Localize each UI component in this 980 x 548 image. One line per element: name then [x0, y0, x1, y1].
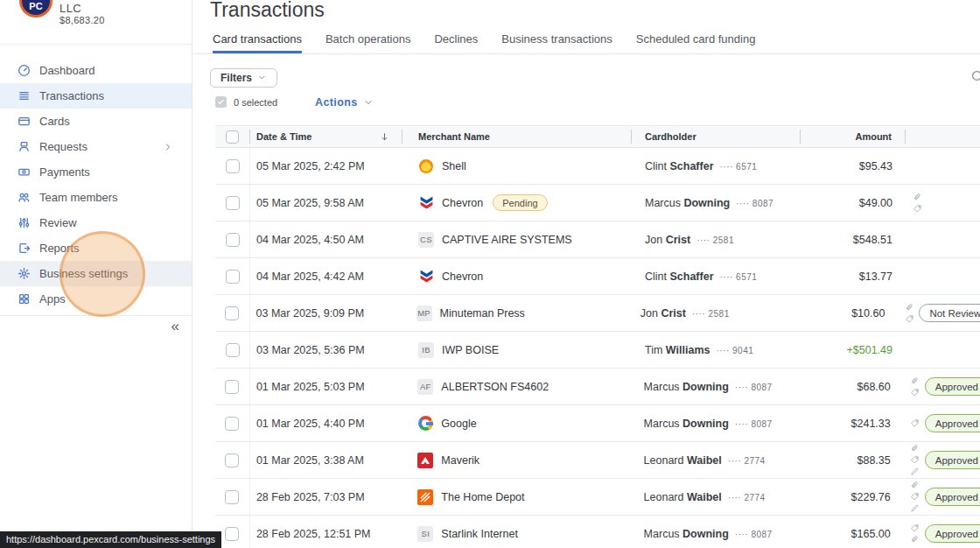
sidebar-item-payments[interactable]: Payments: [0, 159, 192, 185]
sidebar-collapse-icon[interactable]: «: [172, 318, 179, 335]
avatar: AF: [417, 379, 433, 395]
sidebar-item-business-settings[interactable]: Business settings: [0, 261, 192, 286]
sidebar-item-label: Apps: [39, 292, 192, 306]
sidebar-item-dashboard[interactable]: Dashboard: [0, 58, 192, 83]
status-pill-not-reviewed[interactable]: Not Reviewed: [919, 304, 980, 322]
paperclip-icon: [905, 303, 914, 313]
sidebar-item-requests[interactable]: Requests: [0, 134, 192, 159]
row-checkbox[interactable]: [226, 270, 240, 284]
column-header-cardholder[interactable]: Cardholder: [632, 130, 801, 144]
transaction-date: 05 Mar 2025, 2:42 PM: [250, 160, 402, 172]
chevron-logo-icon: [418, 269, 434, 285]
row-checkbox[interactable]: [225, 417, 239, 431]
sidebar-item-label: Cards: [39, 115, 192, 128]
card-last4: ···· 2581: [696, 235, 734, 245]
column-header-date[interactable]: Date & Time: [250, 130, 402, 144]
home-depot-logo-icon: [417, 489, 433, 505]
status-pill-approved[interactable]: Approved: [925, 377, 980, 396]
sidebar-item-review[interactable]: Review: [0, 210, 192, 235]
tab-business-transactions[interactable]: Business transactions: [501, 32, 612, 53]
row-checkbox[interactable]: [226, 159, 240, 173]
paperclip-icon: [913, 193, 922, 202]
cardholder-cell: Leonard Waibel···· 2774: [631, 454, 799, 467]
actions-button[interactable]: Actions: [315, 96, 373, 109]
sidebar-item-label: Payments: [39, 165, 192, 179]
sidebar-item-transactions[interactable]: Transactions: [0, 83, 192, 109]
app-window: PC LLC $8,683.20 DashboardTransactionsCa…: [0, 0, 980, 548]
column-header-merchant[interactable]: Merchant Name: [402, 130, 632, 144]
merchant-name: ALBERTSON FS4602: [441, 381, 549, 393]
table-row[interactable]: 28 Feb 2025, 7:03 PMThe Home DepotLeonar…: [215, 479, 980, 516]
avatar: SI: [417, 526, 433, 542]
avatar: IB: [418, 342, 434, 358]
table-row[interactable]: 01 Mar 2025, 5:03 PMAFALBERTSON FS4602Ma…: [215, 369, 980, 405]
row-checkbox[interactable]: [226, 343, 240, 357]
sidebar-item-reports[interactable]: Reports: [0, 235, 192, 261]
transaction-date: 04 Mar 2025, 4:42 AM: [250, 270, 402, 283]
tab-declines[interactable]: Declines: [434, 32, 478, 53]
main-content: Transactions Card transactionsBatch oper…: [193, 0, 980, 548]
filters-button[interactable]: Filters: [210, 68, 277, 88]
cards-icon: [18, 115, 32, 129]
header-checkbox[interactable]: [226, 130, 239, 144]
status-pill-approved[interactable]: Approved: [925, 488, 980, 506]
cardholder-first-name: Jon: [640, 307, 662, 320]
cardholder-cell: Marcus Downing···· 8087: [631, 381, 799, 393]
sidebar-item-label: Team members: [39, 191, 192, 204]
merchant-initials-avatar: SI: [417, 526, 433, 542]
select-all-checkbox[interactable]: [215, 96, 227, 108]
cardholder-cell: Tim Williams···· 9041: [632, 344, 801, 356]
tab-batch-operations[interactable]: Batch operations: [326, 32, 411, 53]
tag-icon: [910, 418, 920, 428]
status-pill-approved[interactable]: Approved: [925, 451, 980, 469]
sidebar-item-cards[interactable]: Cards: [0, 109, 192, 134]
table-row[interactable]: 05 Mar 2025, 2:42 PMShellClint Schaffer·…: [215, 148, 980, 185]
row-checkbox[interactable]: [225, 527, 239, 541]
tab-scheduled-card-funding[interactable]: Scheduled card funding: [636, 32, 756, 53]
row-checkbox[interactable]: [225, 453, 239, 467]
chevron-down-icon: [258, 74, 267, 82]
row-indicator-icons: [908, 523, 922, 544]
table-row[interactable]: 03 Mar 2025, 5:36 PMIBIWP BOISETim Willi…: [215, 332, 980, 369]
row-checkbox[interactable]: [225, 490, 239, 504]
row-indicator-icons: [910, 193, 924, 214]
sidebar-item-label: Dashboard: [39, 64, 192, 77]
transaction-date: 01 Mar 2025, 4:40 PM: [250, 418, 402, 430]
sort-descending-icon[interactable]: [380, 132, 389, 142]
table-row[interactable]: 01 Mar 2025, 3:38 AMMaverikLeonard Waibe…: [215, 442, 980, 479]
table-row[interactable]: 04 Mar 2025, 4:42 AMChevronClint Schaffe…: [215, 258, 980, 295]
table-row[interactable]: 03 Mar 2025, 9:09 PMMPMinuteman PressJon…: [215, 295, 980, 332]
table-row[interactable]: 28 Feb 2025, 12:51 PMSIStarlink Internet…: [215, 516, 980, 548]
actions-label: Actions: [315, 96, 358, 109]
card-last4: ···· 2774: [728, 456, 766, 466]
payments-icon: [18, 165, 32, 179]
transaction-date: 01 Mar 2025, 3:38 AM: [250, 454, 402, 467]
sidebar-item-apps[interactable]: Apps: [0, 286, 192, 312]
table-row[interactable]: 04 Mar 2025, 4:50 AMCSCAPTIVE AIRE SYSTE…: [215, 221, 980, 258]
transaction-date: 03 Mar 2025, 9:09 PM: [250, 307, 401, 320]
sidebar-item-team-members[interactable]: Team members: [0, 185, 192, 210]
status-pill-approved[interactable]: Approved: [925, 414, 980, 432]
row-checkbox[interactable]: [225, 380, 239, 394]
search-icon[interactable]: [970, 69, 980, 85]
filters-label: Filters: [220, 72, 252, 84]
status-pill-approved[interactable]: Approved: [925, 524, 980, 543]
transaction-amount: $68.60: [799, 381, 904, 393]
review-icon: [18, 216, 32, 230]
tab-card-transactions[interactable]: Card transactions: [213, 32, 302, 53]
column-header-amount[interactable]: Amount: [801, 130, 906, 144]
table-header: Date & Time Merchant Name Cardholder Amo…: [215, 125, 980, 148]
transaction-date: 28 Feb 2025, 7:03 PM: [250, 491, 402, 503]
row-checkbox[interactable]: [226, 196, 240, 210]
table-row[interactable]: 01 Mar 2025, 4:40 PMGoogleMarcus Downing…: [215, 405, 980, 442]
cardholder-cell: Jon Crist···· 2581: [632, 234, 801, 246]
sidebar-account-header[interactable]: PC LLC $8,683.20: [0, 0, 192, 45]
row-checkbox[interactable]: [225, 306, 239, 320]
tag-icon: [905, 314, 914, 324]
row-checkbox[interactable]: [226, 233, 240, 247]
merchant-name: Chevron: [442, 270, 483, 283]
requests-icon: [18, 140, 32, 154]
paperclip-icon: [910, 535, 920, 544]
table-row[interactable]: 05 Mar 2025, 9:58 AMChevronPendingMarcus…: [215, 185, 980, 221]
company-name: LLC: [60, 2, 81, 15]
